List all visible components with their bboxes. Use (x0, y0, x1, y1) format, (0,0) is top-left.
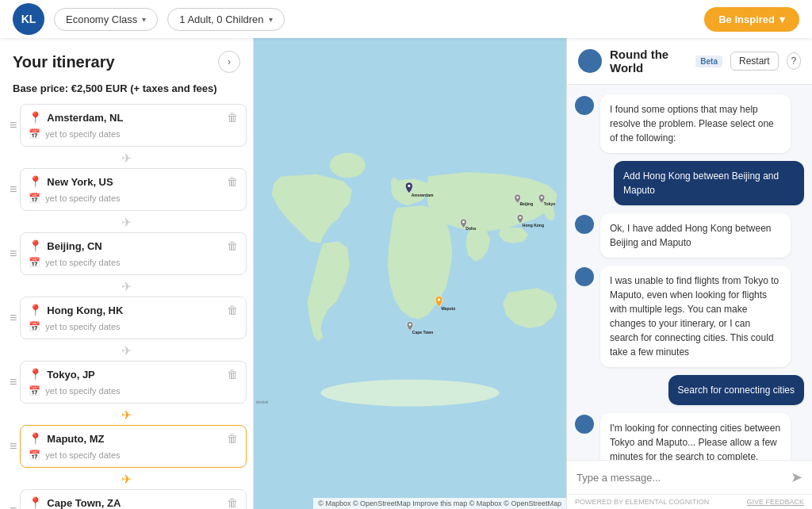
delete-city-icon[interactable]: 🗑 (227, 111, 238, 124)
city-name-row: 📍Beijing, CN🗑 (29, 239, 238, 252)
feedback-link[interactable]: GIVE FEEDBACK (746, 498, 804, 506)
map-attribution: © Mapbox © OpenStreetMap Improve this ma… (313, 498, 566, 509)
city-name-row: 📍Cape Town, ZA🗑 (29, 496, 238, 509)
chat-title: Round the World (610, 48, 688, 75)
flight-arrow-icon: ✈ (0, 341, 253, 361)
logo: KL (13, 3, 44, 35)
delete-city-icon[interactable]: 🗑 (227, 432, 238, 445)
date-label: yet to specify dates (45, 129, 120, 139)
base-price: Base price: €2,500 EUR (+ taxes and fees… (0, 79, 253, 104)
itinerary-item: ≡📍Amsterdam, NL🗑📅yet to specify dates (0, 104, 253, 147)
bot-avatar (575, 215, 594, 234)
drag-handle-icon[interactable]: ≡ (6, 503, 20, 509)
city-card[interactable]: 📍Beijing, CN🗑📅yet to specify dates (20, 232, 247, 275)
map-area[interactable]: Amsterdam Beijing Tokyo Doha (254, 38, 566, 509)
message-row: I found some options that may help resol… (575, 94, 804, 153)
drag-handle-icon[interactable]: ≡ (6, 311, 20, 325)
date-label: yet to specify dates (45, 386, 120, 396)
city-name-row: 📍Amsterdam, NL🗑 (29, 111, 238, 124)
city-name-label: Tokyo, JP (47, 369, 222, 381)
delete-city-icon[interactable]: 🗑 (227, 496, 238, 509)
calendar-icon: 📅 (29, 193, 40, 204)
city-card[interactable]: 📍Amsterdam, NL🗑📅yet to specify dates (20, 104, 247, 147)
calendar-icon: 📅 (29, 450, 40, 461)
pin-icon: 📍 (29, 239, 42, 252)
drag-handle-icon[interactable]: ≡ (6, 375, 20, 389)
action-message-add-hk[interactable]: Add Hong Kong between Beijing and Maputo (614, 161, 804, 205)
city-card[interactable]: 📍Maputo, MZ🗑📅yet to specify dates (20, 425, 247, 468)
svg-text:Hong Kong: Hong Kong (523, 223, 544, 228)
drag-handle-icon[interactable]: ≡ (6, 247, 20, 261)
passengers-button[interactable]: 1 Adult, 0 Children ▾ (167, 8, 284, 31)
pin-icon: 📍 (29, 304, 42, 316)
pin-icon: 📍 (29, 175, 42, 188)
svg-point-17 (409, 323, 412, 326)
date-row: 📅yet to specify dates (29, 385, 238, 396)
restart-button[interactable]: Restart (730, 52, 779, 71)
flight-arrow-gray: ✈ (121, 279, 132, 294)
send-icon[interactable]: ➤ (791, 469, 802, 486)
itinerary-item: ≡📍Maputo, MZ🗑📅yet to specify dates (0, 425, 253, 468)
flight-arrow-icon: ✈ (0, 469, 253, 489)
header: KL Economy Class ▾ 1 Adult, 0 Children ▾… (0, 0, 812, 38)
action-message-search-cities[interactable]: Search for connecting cities (668, 375, 804, 405)
bot-avatar (575, 415, 594, 434)
city-name-label: New York, US (47, 176, 222, 188)
city-name-label: Amsterdam, NL (47, 112, 222, 124)
message-row: I'm looking for connecting cities betwee… (575, 413, 804, 460)
inspired-chevron-icon: ▾ (779, 13, 785, 25)
chat-footer: POWERED BY ELEMENTAL COGNITION GIVE FEED… (567, 494, 812, 509)
itinerary-item: ≡📍Beijing, CN🗑📅yet to specify dates (0, 232, 253, 275)
date-row: 📅yet to specify dates (29, 193, 238, 204)
svg-text:inktobel: inktobel (256, 400, 269, 404)
city-card[interactable]: 📍Tokyo, JP🗑📅yet to specify dates (20, 361, 247, 404)
drag-handle-icon[interactable]: ≡ (6, 182, 20, 197)
panel-header: Your itinerary › (0, 38, 253, 79)
delete-city-icon[interactable]: 🗑 (227, 368, 238, 381)
svg-point-13 (519, 216, 522, 219)
city-name-label: Hong Kong, HK (47, 304, 222, 316)
inspired-label: Be Inspired (718, 13, 775, 25)
delete-city-icon[interactable]: 🗑 (227, 239, 238, 252)
city-name-row: 📍Tokyo, JP🗑 (29, 368, 238, 381)
help-icon[interactable]: ? (787, 52, 801, 70)
svg-point-4 (391, 178, 398, 189)
svg-text:Tokyo: Tokyo (544, 201, 556, 206)
message-row: Ok, I have added Hong Kong between Beiji… (575, 213, 804, 258)
itinerary-panel: Your itinerary › Base price: €2,500 EUR … (0, 38, 254, 509)
flight-arrow-icon: ✈ (0, 405, 253, 425)
date-label: yet to specify dates (45, 322, 120, 331)
itinerary-item: ≡📍Cape Town, ZA🗑📅yet to specify dates (0, 489, 253, 509)
base-price-value: €2,500 (71, 82, 103, 94)
delete-city-icon[interactable]: 🗑 (227, 304, 238, 316)
chat-messages: I found some options that may help resol… (567, 85, 812, 460)
svg-point-9 (541, 197, 543, 199)
flight-arrow-gray: ✈ (121, 151, 132, 166)
date-row: 📅yet to specify dates (29, 321, 238, 332)
chat-logo-icon (578, 49, 602, 73)
svg-point-1 (320, 380, 499, 407)
pin-icon: 📍 (29, 368, 42, 381)
action-row: Add Hong Kong between Beijing and Maputo (575, 161, 804, 205)
delete-city-icon[interactable]: 🗑 (227, 175, 238, 188)
bot-message: I'm looking for connecting cities betwee… (600, 413, 791, 460)
chat-input[interactable] (576, 472, 784, 484)
svg-text:Doha: Doha (465, 226, 476, 231)
city-card[interactable]: 📍Cape Town, ZA🗑📅yet to specify dates (20, 489, 247, 509)
svg-point-2 (330, 153, 366, 178)
calendar-icon: 📅 (29, 321, 40, 332)
message-row: I was unable to find flights from Tokyo … (575, 266, 804, 367)
action-row: Search for connecting cities (575, 375, 804, 405)
inspired-button[interactable]: Be Inspired ▾ (704, 7, 799, 32)
drag-handle-icon[interactable]: ≡ (6, 439, 20, 454)
svg-text:Cape Town: Cape Town (412, 330, 434, 335)
svg-text:Maputo: Maputo (441, 306, 455, 311)
city-name-label: Cape Town, ZA (47, 497, 222, 509)
collapse-panel-button[interactable]: › (218, 51, 240, 73)
city-card[interactable]: 📍New York, US🗑📅yet to specify dates (20, 168, 247, 211)
calendar-icon: 📅 (29, 257, 40, 268)
city-card[interactable]: 📍Hong Kong, HK🗑📅yet to specify dates (20, 297, 247, 339)
city-name-row: 📍Maputo, MZ🗑 (29, 432, 238, 445)
drag-handle-icon[interactable]: ≡ (6, 118, 20, 132)
class-button[interactable]: Economy Class ▾ (54, 8, 158, 31)
